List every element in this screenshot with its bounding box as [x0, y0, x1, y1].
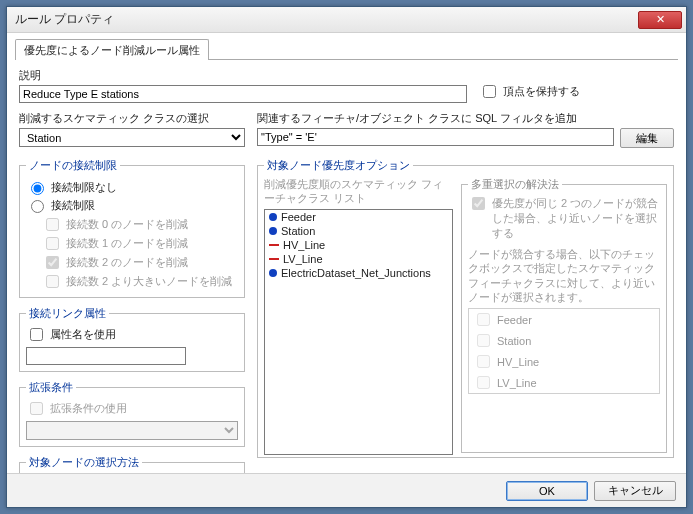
- keep-vertex-label: 頂点を保持する: [503, 84, 580, 99]
- sql-filter-input[interactable]: [257, 128, 614, 146]
- multi-resolution-group: 多重選択の解決法 優先度が同じ 2 つのノードが競合した場合、より近いノードを選…: [461, 177, 667, 453]
- priority-options-group: 対象ノード優先度オプション 削減優先度順のスケマティック フィーチャクラス リス…: [257, 158, 674, 458]
- priority-list-label: Station: [281, 225, 315, 237]
- link-attr-group: 接続リンク属性 属性名を使用: [19, 306, 245, 372]
- priority-list-item[interactable]: LV_Line: [265, 252, 452, 266]
- dialog-body: 優先度によるノード削減ルール属性 説明 頂点を保持する: [7, 33, 686, 473]
- class-dot-icon: [269, 227, 277, 235]
- multi-list-item: HV_Line: [469, 351, 659, 372]
- keep-vertex-checkbox[interactable]: 頂点を保持する: [479, 82, 580, 101]
- description-label: 説明: [19, 68, 467, 83]
- sql-filter-label: 関連するフィーチャ/オブジェクト クラスに SQL フィルタを追加: [257, 111, 674, 126]
- use-attr-check[interactable]: 属性名を使用: [26, 325, 238, 344]
- priority-list-label: Feeder: [281, 211, 316, 223]
- cancel-button[interactable]: キャンセル: [594, 481, 676, 501]
- priority-list-label: LV_Line: [283, 253, 323, 265]
- close-button[interactable]: ✕: [638, 11, 682, 29]
- ext-cond-select: [26, 421, 238, 440]
- schematic-class-select[interactable]: Station: [19, 128, 245, 147]
- priority-order-caption: 削減優先度順のスケマティック フィーチャクラス リスト: [264, 177, 453, 206]
- priority-list-label: ElectricDataset_Net_Junctions: [281, 267, 431, 279]
- dialog-window: ルール プロパティ ✕ 優先度によるノード削減ルール属性 説明 頂点を保持する: [6, 6, 687, 508]
- schematic-class-label: 削減するスケマティック クラスの選択: [19, 111, 245, 126]
- conn1-check: 接続数 1 のノードを削減: [42, 234, 238, 253]
- multi-list-item: LV_Line: [469, 372, 659, 393]
- window-title: ルール プロパティ: [15, 11, 638, 28]
- multi-nearest-check: 優先度が同じ 2 つのノードが競合した場合、より近いノードを選択する: [468, 196, 660, 241]
- class-dot-icon: [269, 213, 277, 221]
- multi-list-label: Station: [497, 335, 531, 347]
- ext-cond-use-check: 拡張条件の使用: [26, 399, 238, 418]
- priority-list-label: HV_Line: [283, 239, 325, 251]
- class-dot-icon: [269, 269, 277, 277]
- multi-list-item: Feeder: [469, 309, 659, 330]
- class-line-icon: [269, 258, 279, 260]
- ext-cond-legend: 拡張条件: [26, 380, 76, 395]
- multi-resolution-legend: 多重選択の解決法: [468, 177, 562, 192]
- conn0-check: 接続数 0 のノードを削減: [42, 215, 238, 234]
- link-attr-legend: 接続リンク属性: [26, 306, 109, 321]
- titlebar: ルール プロパティ ✕: [7, 7, 686, 33]
- connection-limit-group: ノードの接続制限 接続制限なし 接続制限 接続数 0 のノードを削減 接続数 1…: [19, 158, 245, 298]
- multi-desc: ノードが競合する場合、以下のチェックボックスで指定したスケマティック フィーチャ…: [468, 247, 660, 304]
- priority-list-item[interactable]: Station: [265, 224, 452, 238]
- connection-limit-legend: ノードの接続制限: [26, 158, 120, 173]
- priority-options-legend: 対象ノード優先度オプション: [264, 158, 413, 173]
- multi-list-label: HV_Line: [497, 356, 539, 368]
- multi-list-label: Feeder: [497, 314, 532, 326]
- conn2-check: 接続数 2 のノードを削減: [42, 253, 238, 272]
- ext-cond-group: 拡張条件 拡張条件の使用: [19, 380, 245, 447]
- priority-order-list[interactable]: FeederStationHV_LineLV_LineElectricDatas…: [264, 209, 453, 455]
- conn2over-check: 接続数 2 より大きいノードを削減: [42, 272, 238, 291]
- tab-priority-reduce[interactable]: 優先度によるノード削減ルール属性: [15, 39, 209, 60]
- target-select-group: 対象ノードの選択方法 最近隣のノードを選択 優先度の高いノードを選択: [19, 455, 245, 473]
- multi-class-list: FeederStationHV_LineLV_LineElectricDatas…: [468, 308, 660, 394]
- multi-list-label: LV_Line: [497, 377, 537, 389]
- dialog-footer: OK キャンセル: [7, 473, 686, 507]
- sql-edit-button[interactable]: 編集: [620, 128, 674, 148]
- priority-list-item[interactable]: Feeder: [265, 210, 452, 224]
- conn-none-radio[interactable]: 接続制限なし: [26, 179, 238, 195]
- keep-vertex-input[interactable]: [483, 85, 496, 98]
- priority-list-item[interactable]: HV_Line: [265, 238, 452, 252]
- multi-list-item: Station: [469, 330, 659, 351]
- ok-button[interactable]: OK: [506, 481, 588, 501]
- description-input[interactable]: [19, 85, 467, 103]
- target-select-legend: 対象ノードの選択方法: [26, 455, 142, 470]
- multi-list-item: ElectricDataset_Net_Junctions: [469, 393, 659, 394]
- attr-name-input[interactable]: [26, 347, 186, 365]
- conn-limited-radio[interactable]: 接続制限: [26, 197, 238, 213]
- priority-list-item[interactable]: ElectricDataset_Net_Junctions: [265, 266, 452, 280]
- class-line-icon: [269, 244, 279, 246]
